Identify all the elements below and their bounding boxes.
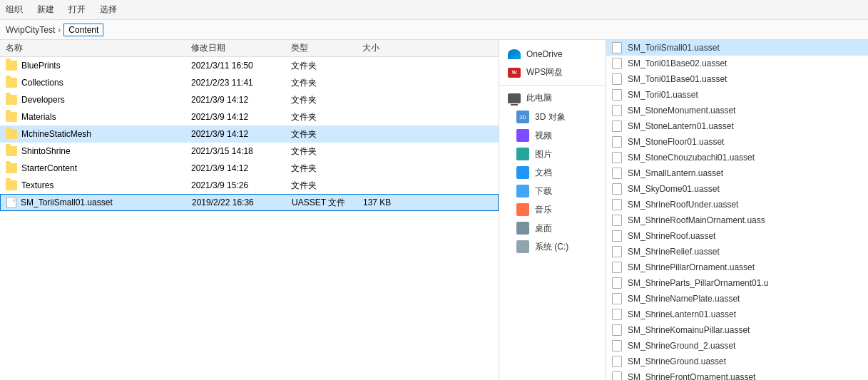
- right-panel: SM_ToriiSmall01.uassetSM_Torii01Base02.u…: [606, 40, 868, 380]
- file-modified: 2021/3/9 14:12: [191, 95, 291, 105]
- right-file-row[interactable]: SM_Torii01Base02.uasset: [606, 56, 868, 71]
- breadcrumb-parent[interactable]: WvipCityTest: [6, 25, 55, 35]
- file-row[interactable]: Materials2021/3/9 14:12文件夹: [0, 108, 499, 125]
- right-file-name: SM_ShrineLantern01.uasset: [628, 309, 736, 319]
- right-file-row[interactable]: SM_ShrineLantern01.uasset: [606, 307, 868, 322]
- right-file-row[interactable]: SM_StoneLantern01.uasset: [606, 118, 868, 134]
- toolbar-organize-label[interactable]: 组织: [6, 4, 23, 16]
- nav-download-label: 下载: [535, 185, 552, 197]
- file-row[interactable]: Textures2021/3/9 15:26文件夹: [0, 177, 499, 194]
- right-file-icon: [612, 293, 622, 304]
- file-modified: 2021/3/15 14:18: [191, 146, 291, 156]
- nav-music-label: 音乐: [535, 204, 552, 216]
- right-file-row[interactable]: SM_ShrineRoofUnder.uasset: [606, 197, 868, 212]
- right-file-name: SM_ShrinePillarOrnament.uasset: [628, 262, 755, 272]
- pc-icon: [508, 93, 521, 103]
- drive-c-icon: [516, 240, 529, 253]
- file-name-text: MchineStaticMesh: [21, 129, 91, 139]
- toolbar-group-select: 选择: [100, 4, 117, 16]
- file-panel: 名称 修改日期 类型 大小 BluePrints2021/3/11 16:50文…: [0, 40, 499, 380]
- col-type[interactable]: 类型: [291, 42, 362, 54]
- nav-video[interactable]: 视频: [499, 126, 606, 145]
- right-file-row[interactable]: SM_ShrineParts_PillarOrnament01.u: [606, 275, 868, 291]
- file-type: 文件夹: [291, 180, 362, 192]
- nav-picture[interactable]: 图片: [499, 145, 606, 163]
- breadcrumb-separator: ›: [58, 25, 61, 35]
- right-file-row[interactable]: SM_ShrineRoof.uasset: [606, 228, 868, 244]
- file-name-cell: SM_ToriiSmall01.uasset: [6, 197, 192, 208]
- right-file-name: SM_StoneLantern01.uasset: [628, 121, 734, 131]
- right-file-row[interactable]: SM_StoneFloor01.uasset: [606, 134, 868, 150]
- doc-icon: [516, 166, 529, 179]
- file-row[interactable]: BluePrints2021/3/11 16:50文件夹: [0, 57, 499, 74]
- file-row[interactable]: StarterContent2021/3/9 14:12文件夹: [0, 160, 499, 177]
- right-file-row[interactable]: SM_ShrineGround.uasset: [606, 354, 868, 369]
- right-file-row[interactable]: SM_SkyDome01.uasset: [606, 181, 868, 197]
- right-file-row[interactable]: SM_ShrineGround_2.uasset: [606, 338, 868, 354]
- file-type: 文件夹: [291, 94, 362, 106]
- right-file-row[interactable]: SM_ShrineNamePlate.uasset: [606, 291, 868, 307]
- toolbar-new-label[interactable]: 新建: [37, 4, 54, 16]
- col-size[interactable]: 大小: [362, 42, 419, 54]
- right-file-row[interactable]: SM_ShrineFrontOrnament.uasset: [606, 369, 868, 380]
- right-file-name: SM_ShrineParts_PillarOrnament01.u: [628, 278, 768, 288]
- right-file-row[interactable]: SM_SmallLantern.uasset: [606, 165, 868, 181]
- right-file-row[interactable]: SM_ShrineKomainuPillar.uasset: [606, 322, 868, 338]
- nav-thispc-label: 此电脑: [526, 92, 552, 104]
- right-file-name: SM_ShrineRoofMainOrnament.uass: [628, 215, 765, 225]
- file-row[interactable]: ShintoShrine2021/3/15 14:18文件夹: [0, 143, 499, 160]
- nav-music[interactable]: 音乐: [499, 200, 606, 219]
- nav-drive-c-label: 系统 (C:): [535, 241, 568, 253]
- right-file-icon: [612, 152, 622, 163]
- wps-icon: W: [508, 68, 521, 78]
- file-row[interactable]: SM_ToriiSmall01.uasset2019/2/22 16:36UAS…: [0, 194, 499, 211]
- folder-icon: [6, 61, 17, 71]
- nav-drive-c[interactable]: 系统 (C:): [499, 237, 606, 256]
- file-row[interactable]: Developers2021/3/9 14:12文件夹: [0, 91, 499, 108]
- toolbar-open-label[interactable]: 打开: [68, 4, 86, 16]
- file-row[interactable]: Collections2021/2/23 11:41文件夹: [0, 74, 499, 91]
- file-type: 文件夹: [291, 145, 362, 158]
- folder-icon: [6, 112, 17, 122]
- right-file-icon: [612, 371, 622, 380]
- col-name[interactable]: 名称: [6, 42, 191, 54]
- file-type: UASSET 文件: [292, 197, 363, 209]
- folder-icon: [6, 163, 17, 173]
- right-file-row[interactable]: SM_Torii01Base01.uasset: [606, 71, 868, 87]
- right-file-row[interactable]: SM_ShrineRoofMainOrnament.uass: [606, 212, 868, 228]
- nav-thispc[interactable]: 此电脑: [499, 88, 606, 108]
- right-file-icon: [612, 58, 622, 69]
- breadcrumb-current[interactable]: Content: [63, 24, 103, 36]
- nav-video-label: 视频: [535, 130, 552, 142]
- folder-icon: [6, 180, 17, 190]
- right-file-name: SM_ShrineKomainuPillar.uasset: [628, 325, 750, 335]
- file-name-cell: Textures: [6, 180, 191, 190]
- main-content: 名称 修改日期 类型 大小 BluePrints2021/3/11 16:50文…: [0, 40, 868, 380]
- toolbar-group-organize: 组织: [6, 4, 23, 16]
- right-file-icon: [612, 42, 622, 53]
- right-file-row[interactable]: SM_ShrineRelief.uasset: [606, 244, 868, 260]
- nav-desktop[interactable]: 桌面: [499, 219, 606, 237]
- col-modified[interactable]: 修改日期: [191, 42, 291, 54]
- right-file-row[interactable]: SM_ShrinePillarOrnament.uasset: [606, 260, 868, 275]
- nav-download[interactable]: 下载: [499, 182, 606, 200]
- right-file-row[interactable]: SM_StoneChouzubachi01.uasset: [606, 150, 868, 165]
- right-file-row[interactable]: SM_StoneMonument.uasset: [606, 103, 868, 118]
- file-name-cell: Collections: [6, 78, 191, 88]
- right-file-icon: [612, 324, 622, 336]
- toolbar-select-label[interactable]: 选择: [100, 4, 117, 16]
- right-file-name: SM_ShrineGround_2.uasset: [628, 341, 735, 351]
- nav-wps[interactable]: W WPS网盘: [499, 63, 606, 82]
- right-file-icon: [612, 340, 622, 351]
- download-icon: [516, 185, 529, 197]
- nav-doc[interactable]: 文档: [499, 163, 606, 182]
- file-row[interactable]: MchineStaticMesh2021/3/9 14:12文件夹: [0, 125, 499, 143]
- nav-onedrive[interactable]: OneDrive: [499, 46, 606, 63]
- right-file-row[interactable]: SM_ToriiSmall01.uasset: [606, 40, 868, 56]
- right-file-row[interactable]: SM_Torii01.uasset: [606, 87, 868, 103]
- file-list: BluePrints2021/3/11 16:50文件夹Collections2…: [0, 57, 499, 380]
- nav-picture-label: 图片: [535, 148, 552, 160]
- nav-3d-objects[interactable]: 3D 3D 对象: [499, 108, 606, 126]
- folder-icon: [6, 95, 17, 105]
- right-file-icon: [612, 89, 622, 101]
